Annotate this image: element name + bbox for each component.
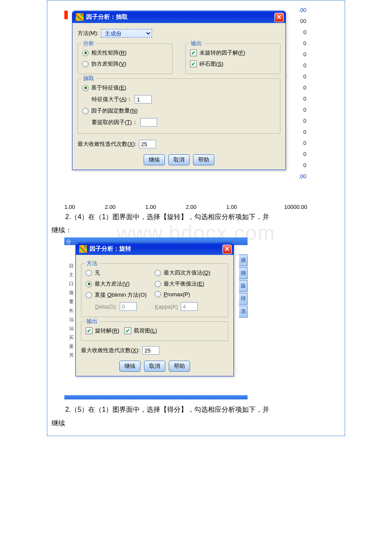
check-label: 未旋转的因子解(F)	[199, 49, 245, 57]
method-row: 方法(M): 主成份	[78, 29, 280, 38]
group-legend: 输出	[189, 40, 204, 47]
radio-oblimin[interactable]: 直接 Oblimin 方法(O)	[86, 291, 147, 299]
help-button[interactable]: 帮助	[169, 361, 190, 372]
left-label: 汕	[64, 315, 74, 324]
bg-num: 0	[290, 93, 307, 104]
radio-covariance[interactable]: 协方差矩阵(V)	[82, 60, 126, 68]
left-label: 值	[64, 288, 74, 297]
method-select[interactable]: 主成份	[101, 29, 152, 38]
analysis-group: 分析 相关性矩阵(R) 协方差矩阵(V)	[78, 43, 173, 74]
bg-num: 0	[290, 71, 307, 82]
bottom-blue-strip	[64, 395, 248, 399]
left-label: 目	[64, 261, 74, 270]
radio-label: Promax(P)	[164, 291, 190, 298]
check-label: 旋转解(R)	[95, 327, 119, 335]
eigen-threshold-row: 特征值大于(A)：	[92, 95, 276, 104]
eigen-gt-input[interactable]	[135, 95, 152, 104]
output-group: 输出 ✔ 旋转解(R) ✔ 载荷图(L)	[81, 321, 228, 341]
left-label: 里	[64, 342, 74, 351]
paragraph-2-line2: 继续	[47, 417, 345, 436]
cancel-button[interactable]: 取消	[168, 154, 190, 165]
paragraph-block-1: www.bdocx.com 2.（4）在（1）图界面中，选择【旋转】，勾选相应分…	[47, 209, 345, 237]
radio-equamax[interactable]: 最大平衡值法(E)	[155, 280, 204, 288]
cancel-button[interactable]: 取消	[144, 361, 165, 372]
button-row: 继续 取消 帮助	[81, 361, 228, 372]
dialog-title: 因子分析：旋转	[89, 245, 131, 253]
group-legend: 输出	[85, 318, 99, 325]
maxiter-label: 最大收敛性迭代次数(X):	[81, 347, 140, 354]
radio-eigen[interactable]: 基于特征值(E)	[82, 84, 126, 92]
bg-num: 0	[290, 27, 307, 38]
check-rotated-solution[interactable]: ✔ 旋转解(R)	[86, 327, 119, 335]
method-group: 方法 无 最大四次方值法(Q)	[81, 263, 228, 317]
vtab-extract[interactable]: 抽	[239, 267, 248, 279]
eigen-gt-label: 特征值大于(A)：	[92, 95, 132, 103]
bg-num: 0	[290, 127, 307, 138]
kappa-label: Kappa(K)	[155, 304, 178, 310]
continue-button[interactable]: 继续	[119, 361, 141, 372]
vtab-describe[interactable]: 描	[239, 254, 248, 266]
fixed-label: 要提取的因子(T)：	[92, 119, 138, 126]
paragraph-1-line1: 2.（4）在（1）图界面中，选择【旋转】，勾选相应分析项如下，并	[47, 209, 345, 224]
bg-num: 0	[290, 49, 307, 60]
bg-num: 0	[290, 160, 307, 171]
radio-label: 协方差矩阵(V)	[91, 60, 126, 68]
left-label: 主	[64, 270, 74, 279]
right-vertical-tabs: 描 抽 旋 得 选	[239, 254, 248, 318]
red-marker	[64, 11, 68, 19]
dialog-titlebar[interactable]: 因子分析：旋转 ✕	[76, 243, 233, 255]
maxiter-label: 最大收敛性迭代次数(X):	[78, 140, 136, 148]
radio-varimax[interactable]: 最大方差法(V)	[86, 280, 130, 288]
maxiter-row: 最大收敛性迭代次数(X):	[78, 140, 280, 148]
check-loading-plot[interactable]: ✔ 载荷图(L)	[124, 327, 157, 335]
dialog-title: 因子分析：抽取	[86, 13, 128, 21]
radio-label: 基于特征值(E)	[91, 84, 126, 92]
bg-num: 00	[290, 16, 307, 27]
bg-num: 0	[290, 60, 307, 71]
radio-label: 直接 Oblimin 方法(O)	[95, 291, 147, 299]
group-legend: 方法	[85, 260, 99, 267]
radio-correlation[interactable]: 相关性矩阵(R)	[82, 49, 127, 57]
left-label: 买	[64, 333, 74, 342]
check-label: 碎石图(S)	[199, 60, 223, 68]
vtab-rotate[interactable]: 旋	[239, 280, 248, 292]
continue-button[interactable]: 继续	[144, 154, 165, 165]
radio-none[interactable]: 无	[86, 269, 100, 277]
close-icon[interactable]: ✕	[274, 13, 284, 22]
dialog-body: 方法(M): 主成份 分析 相关性矩阵(R)	[72, 23, 285, 170]
app-icon	[76, 13, 84, 21]
radio-label: 最大四次方值法(Q)	[164, 269, 210, 277]
radio-label: 无	[95, 269, 100, 277]
radio-quartimax[interactable]: 最大四次方值法(Q)	[155, 269, 210, 277]
button-row: 继续 取消 帮助	[78, 154, 280, 165]
check-label: 载荷图(L)	[134, 327, 157, 335]
check-scree[interactable]: ✔ 碎石图(S)	[190, 60, 223, 68]
maxiter-row: 最大收敛性迭代次数(X):	[81, 346, 228, 355]
vtab-options[interactable]: 选	[239, 306, 248, 318]
fixed-n-input[interactable]	[140, 118, 157, 127]
bg-num: 0	[290, 104, 307, 116]
radio-label: 因子的固定数量(N)	[91, 107, 138, 115]
left-truncated-labels: 目 主 口 值 量 长 汕 汕 买 里 另	[64, 261, 74, 360]
method-label: 方法(M):	[78, 29, 98, 37]
delta-input	[120, 302, 137, 311]
group-legend: 抽取	[81, 75, 96, 82]
maxiter-input[interactable]	[142, 346, 159, 355]
left-label: 量	[64, 297, 74, 306]
left-label: 汕	[64, 324, 74, 333]
dialog-body: 方法 无 最大四次方值法(Q)	[76, 255, 233, 376]
check-unrotated[interactable]: ✔ 未旋转的因子解(F)	[190, 49, 245, 57]
vtab-scores[interactable]: 得	[239, 293, 248, 305]
fixed-n-row: 要提取的因子(T)：	[92, 118, 276, 127]
radio-promax[interactable]: Promax(P)	[155, 291, 190, 298]
dialog-titlebar[interactable]: 因子分析：抽取 ✕	[72, 11, 285, 23]
screenshot-extract-dialog: .00 00 0 0 0 0 0 0 0 0 0 0 0 0 0 .00 因子分…	[64, 5, 307, 209]
help-button[interactable]: 帮助	[193, 154, 214, 165]
left-label: 口	[64, 279, 74, 288]
kappa-input	[181, 302, 198, 311]
radio-fixed[interactable]: 因子的固定数量(N)	[82, 107, 138, 115]
radio-label: 最大平衡值法(E)	[164, 280, 204, 288]
maxiter-input[interactable]	[139, 140, 156, 148]
extract-group: 抽取 基于特征值(E) 特征值大于(A)： 因子的固定数量(N) 要提取	[78, 78, 280, 134]
close-icon[interactable]: ✕	[222, 245, 232, 254]
